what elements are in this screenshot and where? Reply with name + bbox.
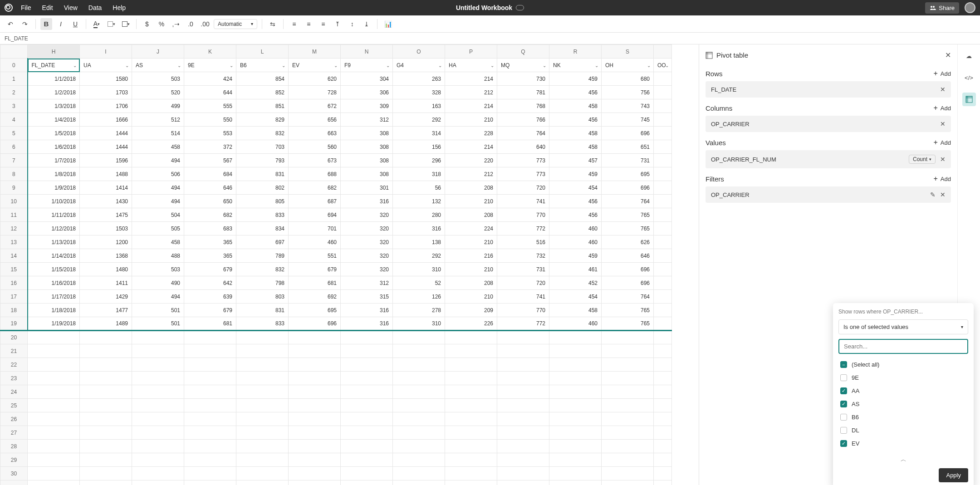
fl-date-cell[interactable]: 1/3/2018 — [28, 99, 80, 113]
data-cell[interactable]: 501 — [132, 317, 184, 331]
data-cell[interactable]: 773 — [497, 154, 549, 167]
fl-date-cell[interactable]: 1/14/2018 — [28, 249, 80, 263]
empty-cell[interactable] — [497, 426, 549, 440]
empty-cell[interactable] — [236, 440, 289, 453]
data-cell[interactable]: 454 — [549, 181, 602, 195]
data-cell[interactable]: 312 — [341, 113, 393, 127]
filter-search-input[interactable] — [838, 339, 968, 354]
data-cell[interactable]: 770 — [497, 208, 549, 222]
empty-cell[interactable] — [549, 372, 602, 385]
data-cell[interactable]: 789 — [236, 249, 289, 263]
data-cell[interactable]: 764 — [602, 290, 654, 304]
data-cell[interactable]: 1414 — [80, 181, 132, 195]
data-cell[interactable]: 458 — [132, 140, 184, 154]
empty-cell[interactable] — [549, 440, 602, 453]
row-number[interactable]: 17 — [0, 290, 28, 304]
data-cell[interactable]: 798 — [236, 276, 289, 290]
column-header[interactable]: R — [549, 45, 602, 59]
empty-cell[interactable] — [289, 399, 341, 412]
data-cell[interactable]: 764 — [497, 127, 549, 140]
data-cell[interactable]: 365 — [184, 249, 236, 263]
empty-cell[interactable] — [393, 358, 445, 372]
fl-date-cell[interactable]: 1/15/2018 — [28, 263, 80, 276]
data-cell[interactable]: 310 — [393, 263, 445, 276]
decrease-decimal-button[interactable]: .0 — [185, 18, 196, 30]
data-cell[interactable]: 550 — [184, 113, 236, 127]
empty-cell[interactable] — [341, 399, 393, 412]
fl-date-cell[interactable]: 1/16/2018 — [28, 276, 80, 290]
undo-button[interactable]: ↶ — [5, 18, 16, 30]
empty-cell[interactable] — [497, 412, 549, 426]
data-cell[interactable]: 829 — [236, 113, 289, 127]
empty-cell[interactable] — [236, 412, 289, 426]
fl-date-cell[interactable]: 1/10/2018 — [28, 195, 80, 208]
data-cell[interactable]: 210 — [445, 290, 497, 304]
data-cell[interactable]: 772 — [497, 222, 549, 235]
row-number[interactable]: 25 — [0, 399, 28, 412]
data-cell[interactable]: 773 — [497, 167, 549, 181]
row-number[interactable]: 11 — [0, 208, 28, 222]
data-cell[interactable]: 682 — [289, 181, 341, 195]
empty-cell[interactable] — [80, 453, 132, 467]
empty-cell[interactable] — [549, 358, 602, 372]
data-cell[interactable]: 292 — [393, 249, 445, 263]
column-header[interactable]: P — [445, 45, 497, 59]
empty-cell[interactable] — [184, 426, 236, 440]
collapse-options-button[interactable]: ︿ — [838, 454, 968, 464]
empty-cell[interactable] — [497, 372, 549, 385]
close-panel-button[interactable]: ✕ — [945, 51, 951, 59]
pivot-table-grid[interactable]: HIJKLMNOPQRS0FL_DATE⌄UA⌄AS⌄9E⌄B6⌄EV⌄F9⌄G… — [0, 44, 672, 485]
fl-date-cell[interactable]: 1/6/2018 — [28, 140, 80, 154]
empty-cell[interactable] — [602, 344, 654, 358]
row-number[interactable]: 8 — [0, 167, 28, 181]
empty-cell[interactable] — [602, 385, 654, 399]
data-cell[interactable]: 212 — [445, 86, 497, 99]
data-cell[interactable]: 280 — [393, 208, 445, 222]
fl-date-cell[interactable]: 1/19/2018 — [28, 317, 80, 331]
empty-cell[interactable] — [80, 358, 132, 372]
empty-cell[interactable] — [341, 358, 393, 372]
data-cell[interactable]: 694 — [289, 208, 341, 222]
data-cell[interactable]: 770 — [497, 304, 549, 317]
fl-date-cell[interactable]: 1/13/2018 — [28, 235, 80, 249]
data-cell[interactable]: 703 — [236, 140, 289, 154]
row-number[interactable]: 23 — [0, 372, 28, 385]
filter-chevron-icon[interactable]: ⌄ — [647, 63, 651, 68]
bold-button[interactable]: B — [40, 18, 52, 30]
empty-cell[interactable] — [393, 399, 445, 412]
empty-cell[interactable] — [445, 440, 497, 453]
remove-filter-button[interactable]: ✕ — [940, 191, 946, 198]
row-number[interactable]: 14 — [0, 249, 28, 263]
add-row-button[interactable]: +Add — [934, 69, 951, 78]
empty-cell[interactable] — [549, 385, 602, 399]
data-cell[interactable]: 741 — [497, 195, 549, 208]
redo-button[interactable]: ↷ — [19, 18, 31, 30]
data-cell[interactable]: 1200 — [80, 235, 132, 249]
filter-chevron-icon[interactable]: ⌄ — [543, 63, 546, 68]
data-cell[interactable]: 832 — [236, 263, 289, 276]
pivot-header-cell[interactable]: HA⌄ — [445, 59, 497, 72]
empty-cell[interactable] — [602, 426, 654, 440]
data-cell[interactable]: 673 — [289, 154, 341, 167]
text-color-button[interactable]: A ▾ — [91, 18, 103, 30]
data-cell[interactable]: 1368 — [80, 249, 132, 263]
data-cell[interactable]: 306 — [341, 86, 393, 99]
spreadsheet-area[interactable]: HIJKLMNOPQRS0FL_DATE⌄UA⌄AS⌄9E⌄B6⌄EV⌄F9⌄G… — [0, 44, 699, 485]
empty-cell[interactable] — [132, 412, 184, 426]
data-cell[interactable]: 458 — [549, 127, 602, 140]
row-chip-fl-date[interactable]: FL_DATE ✕ — [706, 81, 951, 98]
empty-cell[interactable] — [236, 344, 289, 358]
share-button[interactable]: Share — [925, 2, 959, 14]
empty-cell[interactable] — [28, 412, 80, 426]
empty-cell[interactable] — [654, 453, 672, 467]
data-cell[interactable]: 309 — [341, 99, 393, 113]
data-cell[interactable]: 768 — [497, 99, 549, 113]
edit-filter-button[interactable]: ✎ — [930, 191, 936, 198]
row-number[interactable]: 26 — [0, 412, 28, 426]
data-cell[interactable]: 56 — [393, 181, 445, 195]
data-cell[interactable]: 765 — [602, 208, 654, 222]
fl-date-cell[interactable]: 1/18/2018 — [28, 304, 80, 317]
empty-cell[interactable] — [341, 385, 393, 399]
menu-view[interactable]: View — [64, 4, 78, 11]
wrap-text-button[interactable]: ⇆ — [267, 18, 279, 30]
